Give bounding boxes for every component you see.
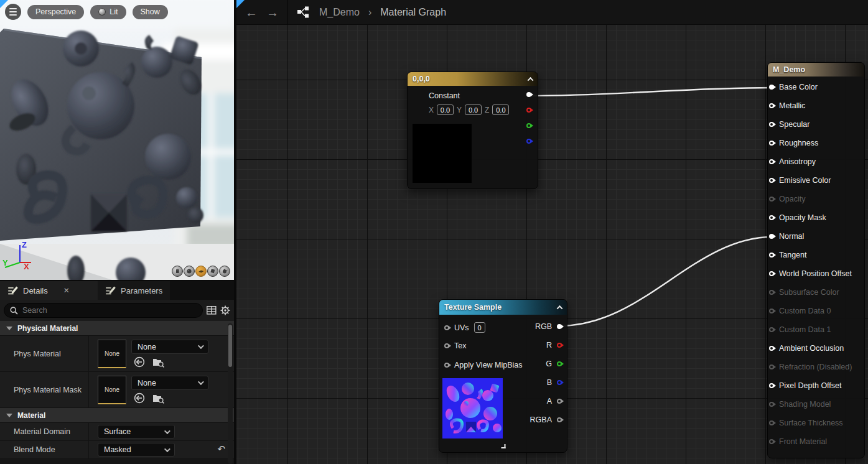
back-arrow-icon[interactable]: ← bbox=[245, 6, 258, 19]
material-pin-front-material[interactable]: Front Material bbox=[768, 432, 864, 451]
pin-icon[interactable] bbox=[769, 383, 774, 388]
material-pin-tangent[interactable]: Tangent bbox=[768, 246, 864, 264]
output-pin-icon[interactable] bbox=[557, 417, 562, 422]
material-pin-refraction-disabled[interactable]: Refraction (Disabled) bbox=[768, 358, 864, 376]
material-pin-base-color[interactable]: Base Color bbox=[768, 78, 864, 96]
graph-canvas[interactable]: 0,0,0 Constant X0.0Y0.0Z0.0 Texture Samp… bbox=[236, 25, 868, 464]
output-pin-icon[interactable] bbox=[557, 324, 562, 329]
output-pin-icon[interactable] bbox=[557, 399, 562, 404]
preview-shape-cube-button[interactable] bbox=[207, 266, 218, 277]
browse-asset-icon[interactable] bbox=[152, 356, 164, 368]
ts-output-rgb[interactable]: RGB bbox=[535, 322, 562, 331]
pin-icon[interactable] bbox=[769, 253, 774, 258]
lit-mode-button[interactable]: Lit bbox=[90, 5, 126, 19]
ts-output-b[interactable]: B bbox=[547, 378, 562, 387]
dropdown-blend-mode[interactable]: Masked bbox=[98, 443, 175, 457]
section-expand-triangle-icon[interactable] bbox=[6, 327, 12, 330]
breadcrumb-current[interactable]: Material Graph bbox=[380, 7, 446, 18]
collapse-chevron-icon[interactable] bbox=[528, 77, 534, 83]
material-pin-custom-data-1[interactable]: Custom Data 1 bbox=[768, 320, 864, 339]
pin-icon[interactable] bbox=[769, 103, 774, 108]
section-expand-triangle-icon[interactable] bbox=[6, 414, 12, 417]
pin-icon[interactable] bbox=[769, 327, 774, 332]
dropdown-material-domain[interactable]: Surface bbox=[98, 425, 175, 438]
constant-output-pin-b[interactable] bbox=[526, 139, 531, 144]
section-header-material[interactable]: Material bbox=[0, 408, 234, 423]
output-pin-icon[interactable] bbox=[557, 361, 562, 366]
perspective-button[interactable]: Perspective bbox=[27, 5, 84, 19]
pin-icon[interactable] bbox=[769, 85, 774, 90]
preview-shape-plane-button[interactable] bbox=[195, 266, 207, 277]
wire-constant-to-basecolor[interactable] bbox=[529, 88, 772, 96]
input-pin-icon[interactable] bbox=[444, 325, 449, 330]
constant-output-pin-value[interactable] bbox=[526, 92, 531, 97]
ts-output-g[interactable]: G bbox=[546, 360, 562, 368]
material-pin-specular[interactable]: Specular bbox=[768, 115, 864, 134]
ts-input-apply-view-mipbias[interactable]: Apply View MipBias bbox=[444, 361, 523, 369]
show-button[interactable]: Show bbox=[133, 5, 168, 19]
texture-sample-header[interactable]: Texture Sample bbox=[439, 300, 567, 315]
wire-texturesample-to-normal[interactable] bbox=[559, 237, 772, 326]
dropdown-phys-material[interactable]: None bbox=[131, 340, 208, 354]
use-selected-asset-icon[interactable] bbox=[134, 356, 145, 368]
pin-icon[interactable] bbox=[769, 346, 774, 351]
pin-icon[interactable] bbox=[769, 234, 774, 239]
preview-viewport[interactable]: Perspective Lit Show Z Y X bbox=[0, 0, 234, 280]
ts-output-a[interactable]: A bbox=[547, 397, 562, 406]
material-pin-subsurface-color[interactable]: Subsurface Color bbox=[768, 283, 864, 302]
use-selected-asset-icon[interactable] bbox=[134, 392, 145, 404]
material-pin-opacity-mask[interactable]: Opacity Mask bbox=[768, 208, 864, 227]
input-pin-icon[interactable] bbox=[444, 363, 449, 368]
material-output-node[interactable]: M_Demo Base ColorMetallicSpecularRoughne… bbox=[767, 62, 865, 458]
constant-field-input-x[interactable]: 0.0 bbox=[437, 104, 454, 115]
scrollbar-thumb[interactable] bbox=[228, 325, 232, 367]
asset-thumbnail[interactable]: None bbox=[98, 376, 126, 404]
collapse-chevron-icon[interactable] bbox=[557, 305, 563, 311]
expand-chevron-icon[interactable] bbox=[501, 444, 505, 448]
material-pin-metallic[interactable]: Metallic bbox=[768, 96, 864, 115]
material-pin-opacity[interactable]: Opacity bbox=[768, 190, 864, 208]
material-pin-ambient-occlusion[interactable]: Ambient Occlusion bbox=[768, 339, 864, 358]
material-output-header[interactable]: M_Demo bbox=[768, 63, 864, 77]
pin-icon[interactable] bbox=[769, 178, 774, 183]
pin-icon[interactable] bbox=[769, 197, 774, 202]
ts-input-value[interactable]: 0 bbox=[474, 322, 485, 333]
pin-icon[interactable] bbox=[769, 364, 774, 369]
tab-details[interactable]: Details ✕ bbox=[0, 281, 98, 300]
material-pin-normal[interactable]: Normal bbox=[768, 227, 864, 246]
pin-icon[interactable] bbox=[769, 141, 774, 146]
texture-sample-node[interactable]: Texture Sample bbox=[439, 299, 567, 453]
output-pin-icon[interactable] bbox=[557, 380, 562, 385]
material-pin-world-position-offset[interactable]: World Position Offset bbox=[768, 264, 864, 283]
pin-icon[interactable] bbox=[769, 159, 774, 164]
pin-icon[interactable] bbox=[769, 290, 774, 295]
pin-icon[interactable] bbox=[769, 402, 774, 407]
material-pin-custom-data-0[interactable]: Custom Data 0 bbox=[768, 302, 864, 320]
material-pin-emissive-color[interactable]: Emissive Color bbox=[768, 171, 864, 190]
search-box[interactable] bbox=[4, 303, 203, 318]
dropdown-phys-material-mask[interactable]: None bbox=[131, 376, 208, 390]
material-pin-shading-model[interactable]: Shading Model bbox=[768, 395, 864, 414]
ts-input-tex[interactable]: Tex bbox=[444, 341, 466, 350]
ts-output-rgba[interactable]: RGBA bbox=[530, 415, 562, 424]
constant-node-header[interactable]: 0,0,0 bbox=[408, 72, 538, 86]
pin-icon[interactable] bbox=[769, 215, 774, 220]
preview-shape-teapot-button[interactable] bbox=[219, 266, 230, 277]
section-header-physical-material[interactable]: Physical Material bbox=[0, 321, 234, 336]
constant-output-pin-g[interactable] bbox=[526, 123, 531, 128]
material-pin-roughness[interactable]: Roughness bbox=[768, 134, 864, 152]
pin-icon[interactable] bbox=[769, 439, 774, 444]
constant-output-pin-r[interactable] bbox=[526, 108, 531, 113]
input-pin-icon[interactable] bbox=[444, 343, 449, 348]
settings-gear-icon[interactable] bbox=[220, 305, 230, 316]
pin-icon[interactable] bbox=[769, 122, 774, 127]
constant-node[interactable]: 0,0,0 Constant X0.0Y0.0Z0.0 bbox=[407, 72, 538, 189]
constant-field-input-y[interactable]: 0.0 bbox=[465, 104, 482, 115]
ts-input-uvs[interactable]: UVs0 bbox=[444, 322, 485, 333]
asset-thumbnail[interactable]: None bbox=[98, 340, 126, 368]
reset-to-default-icon[interactable]: ↶ bbox=[217, 443, 225, 455]
pin-icon[interactable] bbox=[769, 271, 774, 276]
output-pin-icon[interactable] bbox=[557, 343, 562, 348]
constant-field-input-z[interactable]: 0.0 bbox=[492, 104, 509, 115]
preview-shape-cylinder-button[interactable] bbox=[172, 266, 183, 277]
